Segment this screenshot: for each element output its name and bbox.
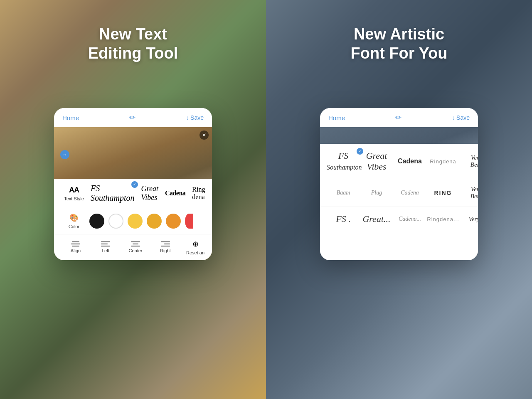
font-grid-fs3[interactable]: FS .: [327, 214, 360, 224]
right-font-grid: FSSouthampton ✓ GreatVibes Cadena Ringde…: [320, 144, 478, 260]
font-grid-plug[interactable]: Plug: [360, 190, 393, 196]
left-title: New Text Editing Tool: [0, 25, 266, 63]
font-row: AA Text Style FSSouthampton ✓ GreatVibes…: [54, 179, 212, 208]
left-edit-icon[interactable]: ✏: [129, 113, 135, 122]
align-left-label: Left: [102, 248, 109, 253]
left-phone-header: Home ✏ ↓ Save: [54, 108, 212, 127]
font-cadena[interactable]: Cadena: [165, 190, 185, 197]
divider1: [320, 179, 478, 179]
align-right-item[interactable]: Right: [150, 241, 180, 253]
divider2: [320, 207, 478, 207]
color-yellow2[interactable]: [147, 214, 162, 229]
font-ring-name: Ringdena: [192, 186, 205, 201]
align-item[interactable]: Align: [61, 241, 91, 253]
font-great-name: GreatVibes: [141, 185, 158, 202]
text-style-icon: AA: [69, 186, 79, 195]
right-phone-mockup: Home ✏ ↓ Save ❝❝ Listento whatPeople don…: [320, 108, 478, 260]
font-fs-southampton[interactable]: FSSouthampton ✓: [91, 184, 135, 203]
right-phone-header: Home ✏ ↓ Save: [320, 108, 478, 127]
font-selected-badge: ✓: [131, 181, 138, 188]
color-icon: 🎨: [69, 213, 79, 222]
font-grid-row2: Baam Plug Cadena RING VeryBery: [327, 186, 471, 200]
font-fs-name: FSSouthampton: [91, 184, 135, 203]
font-grid-great1[interactable]: GreatVibes: [360, 150, 393, 172]
align-left-item[interactable]: Left: [91, 241, 121, 253]
right-edit-icon[interactable]: ✏: [395, 113, 401, 122]
color-white[interactable]: [108, 214, 123, 229]
align-label: Align: [71, 248, 81, 253]
color-row: 🎨 Color: [54, 208, 212, 234]
align-center-icon: [131, 241, 140, 246]
color-black[interactable]: [89, 214, 104, 229]
align-right-icon: [161, 241, 170, 246]
font-grid-very3[interactable]: Very...: [460, 216, 478, 223]
left-home-btn[interactable]: Home: [62, 114, 79, 121]
font-grid-ring3[interactable]: Ringdena...: [426, 216, 460, 222]
right-save-btn[interactable]: ↓ Save: [452, 114, 470, 121]
color-yellow1[interactable]: [128, 214, 143, 229]
font-grid-great3[interactable]: Great...: [360, 214, 393, 224]
reset-item[interactable]: ⊕ Reset an: [180, 239, 210, 255]
align-right-label: Right: [160, 248, 171, 253]
align-icon: [71, 241, 80, 246]
reset-icon: ⊕: [192, 239, 199, 249]
color-label: Color: [69, 224, 79, 229]
font-grid-fs1[interactable]: FSSouthampton ✓: [327, 150, 360, 172]
text-style-item[interactable]: AA Text Style: [61, 186, 87, 201]
right-title: New Artistic Font For You: [266, 25, 532, 63]
font-cadena-name: Cadena: [165, 190, 185, 197]
reset-label: Reset an: [186, 250, 204, 255]
font-grid-row1: FSSouthampton ✓ GreatVibes Cadena Ringde…: [327, 150, 471, 172]
font-grid-very2[interactable]: VeryBery: [460, 186, 478, 200]
font-grid-baam[interactable]: Baam: [327, 190, 360, 196]
right-home-btn[interactable]: Home: [328, 114, 345, 121]
font-great-vibes[interactable]: GreatVibes: [141, 185, 158, 202]
right-panel: New Artistic Font For You Home ✏ ↓ Save …: [266, 0, 532, 399]
left-close-btn[interactable]: ✕: [200, 131, 209, 140]
font-grid-very1[interactable]: VeryBery: [460, 154, 478, 168]
font-grid-cadena1[interactable]: Cadena: [393, 158, 426, 165]
font-grid-ring1[interactable]: Ringdena: [426, 158, 460, 165]
font-grid-cadena3[interactable]: Cadena...: [393, 216, 426, 222]
left-bottom-toolbar: AA Text Style FSSouthampton ✓ GreatVibes…: [54, 179, 212, 260]
left-select-handle[interactable]: ↔: [60, 150, 69, 159]
text-style-label: Text Style: [64, 196, 84, 201]
font-ring[interactable]: Ringdena: [192, 186, 205, 201]
font-grid-ring2[interactable]: RING: [426, 190, 460, 196]
align-left-icon: [101, 241, 110, 246]
left-save-btn[interactable]: ↓ Save: [186, 114, 204, 121]
color-orange[interactable]: [166, 214, 181, 229]
left-phone-mockup: Home ✏ ↓ Save ↔ ✕ good things take time …: [54, 108, 212, 260]
left-panel: New Text Editing Tool Home ✏ ↓ Save ↔ ✕ …: [0, 0, 266, 399]
color-red-partial[interactable]: [185, 214, 193, 229]
align-center-item[interactable]: Center: [121, 241, 150, 253]
color-item[interactable]: 🎨 Color: [61, 213, 87, 229]
font-grid-cadena2[interactable]: Cadena: [393, 190, 426, 196]
align-row: Align Left Center: [54, 234, 212, 260]
font-grid-row3: FS . Great... Cadena... Ringdena... Very…: [327, 214, 471, 224]
align-center-label: Center: [128, 248, 142, 253]
